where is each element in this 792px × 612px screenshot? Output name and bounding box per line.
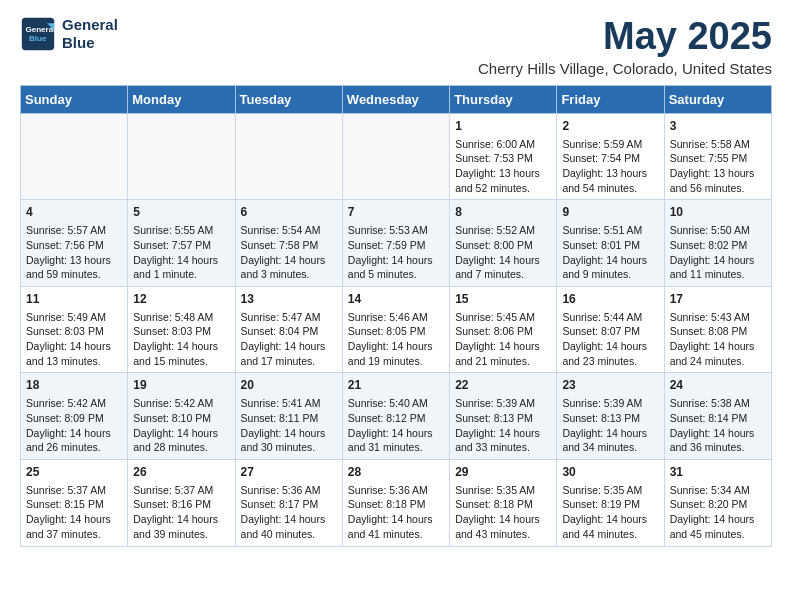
calendar-cell: 12Sunrise: 5:48 AMSunset: 8:03 PMDayligh… (128, 286, 235, 373)
calendar-cell: 14Sunrise: 5:46 AMSunset: 8:05 PMDayligh… (342, 286, 449, 373)
day-info-line: Sunset: 7:59 PM (348, 238, 444, 253)
day-info-line: Sunset: 8:18 PM (348, 497, 444, 512)
day-info-line: Daylight: 14 hours (133, 339, 229, 354)
day-info-line: Daylight: 14 hours (670, 253, 766, 268)
day-info-line: Sunrise: 5:42 AM (26, 396, 122, 411)
calendar-cell: 22Sunrise: 5:39 AMSunset: 8:13 PMDayligh… (450, 373, 557, 460)
day-info-line: Sunrise: 5:48 AM (133, 310, 229, 325)
day-info-line: Sunrise: 5:57 AM (26, 223, 122, 238)
weekday-header-tuesday: Tuesday (235, 85, 342, 113)
day-info-line: Sunrise: 5:53 AM (348, 223, 444, 238)
day-info-line: Daylight: 14 hours (133, 426, 229, 441)
day-number: 20 (241, 377, 337, 394)
day-info-line: Sunset: 8:08 PM (670, 324, 766, 339)
day-info-line: and 5 minutes. (348, 267, 444, 282)
day-info-line: Sunset: 8:18 PM (455, 497, 551, 512)
day-info-line: Daylight: 14 hours (562, 339, 658, 354)
day-number: 29 (455, 464, 551, 481)
day-info-line: Sunrise: 5:54 AM (241, 223, 337, 238)
day-info-line: and 33 minutes. (455, 440, 551, 455)
day-info-line: Sunset: 8:14 PM (670, 411, 766, 426)
calendar-cell: 20Sunrise: 5:41 AMSunset: 8:11 PMDayligh… (235, 373, 342, 460)
day-info-line: Sunrise: 5:38 AM (670, 396, 766, 411)
calendar-cell: 31Sunrise: 5:34 AMSunset: 8:20 PMDayligh… (664, 459, 771, 546)
day-info-line: and 17 minutes. (241, 354, 337, 369)
day-number: 18 (26, 377, 122, 394)
calendar-cell: 2Sunrise: 5:59 AMSunset: 7:54 PMDaylight… (557, 113, 664, 200)
calendar-week-row: 4Sunrise: 5:57 AMSunset: 7:56 PMDaylight… (21, 200, 772, 287)
day-info-line: Sunset: 7:58 PM (241, 238, 337, 253)
calendar-week-row: 25Sunrise: 5:37 AMSunset: 8:15 PMDayligh… (21, 459, 772, 546)
day-info-line: Sunset: 8:00 PM (455, 238, 551, 253)
day-number: 30 (562, 464, 658, 481)
day-info-line: Sunset: 8:03 PM (133, 324, 229, 339)
day-number: 27 (241, 464, 337, 481)
calendar-cell: 29Sunrise: 5:35 AMSunset: 8:18 PMDayligh… (450, 459, 557, 546)
day-info-line: Sunrise: 5:43 AM (670, 310, 766, 325)
day-info-line: Daylight: 14 hours (562, 253, 658, 268)
day-number: 3 (670, 118, 766, 135)
day-info-line: Sunrise: 5:45 AM (455, 310, 551, 325)
day-info-line: and 13 minutes. (26, 354, 122, 369)
day-number: 25 (26, 464, 122, 481)
day-number: 5 (133, 204, 229, 221)
day-info-line: Daylight: 14 hours (241, 253, 337, 268)
day-number: 4 (26, 204, 122, 221)
weekday-header-friday: Friday (557, 85, 664, 113)
day-info-line: and 54 minutes. (562, 181, 658, 196)
day-info-line: Sunrise: 5:35 AM (455, 483, 551, 498)
day-info-line: and 30 minutes. (241, 440, 337, 455)
day-info-line: and 39 minutes. (133, 527, 229, 542)
day-info-line: Daylight: 14 hours (455, 253, 551, 268)
day-info-line: and 36 minutes. (670, 440, 766, 455)
weekday-header-saturday: Saturday (664, 85, 771, 113)
calendar-cell: 25Sunrise: 5:37 AMSunset: 8:15 PMDayligh… (21, 459, 128, 546)
day-info-line: Daylight: 14 hours (562, 512, 658, 527)
day-info-line: Sunrise: 5:40 AM (348, 396, 444, 411)
day-number: 8 (455, 204, 551, 221)
day-info-line: Daylight: 14 hours (455, 426, 551, 441)
day-info-line: and 7 minutes. (455, 267, 551, 282)
day-number: 26 (133, 464, 229, 481)
day-info-line: Sunset: 8:01 PM (562, 238, 658, 253)
calendar-cell: 28Sunrise: 5:36 AMSunset: 8:18 PMDayligh… (342, 459, 449, 546)
day-info-line: Sunrise: 5:42 AM (133, 396, 229, 411)
day-number: 31 (670, 464, 766, 481)
calendar-cell: 21Sunrise: 5:40 AMSunset: 8:12 PMDayligh… (342, 373, 449, 460)
day-info-line: Sunrise: 5:37 AM (133, 483, 229, 498)
calendar-cell: 16Sunrise: 5:44 AMSunset: 8:07 PMDayligh… (557, 286, 664, 373)
calendar-cell: 30Sunrise: 5:35 AMSunset: 8:19 PMDayligh… (557, 459, 664, 546)
day-number: 23 (562, 377, 658, 394)
day-info-line: and 26 minutes. (26, 440, 122, 455)
calendar-cell (21, 113, 128, 200)
day-info-line: Daylight: 14 hours (670, 339, 766, 354)
day-info-line: Daylight: 14 hours (26, 512, 122, 527)
day-info-line: and 41 minutes. (348, 527, 444, 542)
calendar-week-row: 18Sunrise: 5:42 AMSunset: 8:09 PMDayligh… (21, 373, 772, 460)
day-number: 19 (133, 377, 229, 394)
day-info-line: Daylight: 14 hours (133, 253, 229, 268)
header-area: General Blue GeneralBlue May 2025 Cherry… (20, 16, 772, 77)
calendar-cell: 17Sunrise: 5:43 AMSunset: 8:08 PMDayligh… (664, 286, 771, 373)
day-info-line: Daylight: 13 hours (455, 166, 551, 181)
calendar-week-row: 1Sunrise: 6:00 AMSunset: 7:53 PMDaylight… (21, 113, 772, 200)
calendar-cell: 19Sunrise: 5:42 AMSunset: 8:10 PMDayligh… (128, 373, 235, 460)
day-info-line: Sunset: 8:04 PM (241, 324, 337, 339)
day-number: 16 (562, 291, 658, 308)
day-info-line: Sunrise: 5:47 AM (241, 310, 337, 325)
day-info-line: and 3 minutes. (241, 267, 337, 282)
day-number: 28 (348, 464, 444, 481)
day-info-line: Sunrise: 5:39 AM (455, 396, 551, 411)
day-info-line: and 23 minutes. (562, 354, 658, 369)
weekday-header-monday: Monday (128, 85, 235, 113)
calendar-cell: 8Sunrise: 5:52 AMSunset: 8:00 PMDaylight… (450, 200, 557, 287)
day-info-line: and 56 minutes. (670, 181, 766, 196)
day-info-line: Daylight: 14 hours (455, 339, 551, 354)
calendar-cell: 27Sunrise: 5:36 AMSunset: 8:17 PMDayligh… (235, 459, 342, 546)
day-info-line: Sunset: 8:06 PM (455, 324, 551, 339)
day-info-line: Sunrise: 5:44 AM (562, 310, 658, 325)
weekday-header-sunday: Sunday (21, 85, 128, 113)
day-number: 1 (455, 118, 551, 135)
calendar-title: May 2025 (478, 16, 772, 58)
calendar-cell (235, 113, 342, 200)
